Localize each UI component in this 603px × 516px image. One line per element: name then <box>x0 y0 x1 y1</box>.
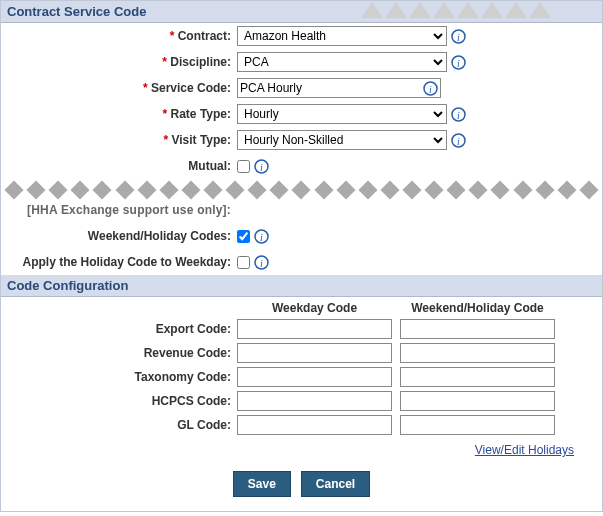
revenue-code-weekday-input[interactable] <box>237 343 392 363</box>
row-service-code: * Service Code: i <box>1 75 602 101</box>
obscured-divider <box>1 179 602 201</box>
link-row: View/Edit Holidays <box>1 437 602 461</box>
hcpcs-code-weekday-input[interactable] <box>237 391 392 411</box>
label-gl-code: GL Code: <box>7 418 237 432</box>
hcpcs-code-weekend-input[interactable] <box>400 391 555 411</box>
info-icon[interactable]: i <box>451 55 466 70</box>
col-header-weekend: Weekend/Holiday Code <box>400 301 555 315</box>
svg-text:i: i <box>429 83 432 94</box>
row-mutual: Mutual: i <box>1 153 602 179</box>
svg-text:i: i <box>457 57 460 68</box>
info-icon[interactable]: i <box>254 255 269 270</box>
row-revenue-code: Revenue Code: <box>1 341 602 365</box>
row-apply-holiday: Apply the Holiday Code to Weekday: i <box>1 249 602 275</box>
info-icon[interactable]: i <box>423 81 438 96</box>
svg-text:i: i <box>457 135 460 146</box>
save-button[interactable]: Save <box>233 471 291 497</box>
info-icon[interactable]: i <box>254 159 269 174</box>
contract-select[interactable]: Amazon Health <box>237 26 447 46</box>
section-header-config: Code Configuration <box>1 275 602 297</box>
taxonomy-code-weekend-input[interactable] <box>400 367 555 387</box>
export-code-weekend-input[interactable] <box>400 319 555 339</box>
svg-text:i: i <box>457 31 460 42</box>
info-icon[interactable]: i <box>451 107 466 122</box>
rate-type-select[interactable]: Hourly <box>237 104 447 124</box>
label-hcpcs-code: HCPCS Code: <box>7 394 237 408</box>
taxonomy-code-weekday-input[interactable] <box>237 367 392 387</box>
row-gl-code: GL Code: <box>1 413 602 437</box>
cancel-button[interactable]: Cancel <box>301 471 370 497</box>
visit-type-select[interactable]: Hourly Non-Skilled <box>237 130 447 150</box>
label-discipline: * Discipline: <box>7 55 237 69</box>
label-visit-type: * Visit Type: <box>7 133 237 147</box>
discipline-select[interactable]: PCA <box>237 52 447 72</box>
row-discipline: * Discipline: PCA i <box>1 49 602 75</box>
label-mutual: Mutual: <box>7 159 237 173</box>
button-row: Save Cancel <box>1 461 602 511</box>
label-rate-type: * Rate Type: <box>7 107 237 121</box>
weekend-codes-checkbox[interactable] <box>237 230 250 243</box>
code-columns-header: Weekday Code Weekend/Holiday Code <box>1 297 602 317</box>
info-icon[interactable]: i <box>451 133 466 148</box>
label-weekend-codes: Weekend/Holiday Codes: <box>7 229 237 243</box>
service-code-input[interactable] <box>237 78 441 98</box>
label-service-code: * Service Code: <box>7 81 237 95</box>
row-rate-type: * Rate Type: Hourly i <box>1 101 602 127</box>
mutual-checkbox[interactable] <box>237 160 250 173</box>
revenue-code-weekend-input[interactable] <box>400 343 555 363</box>
info-icon[interactable]: i <box>254 229 269 244</box>
view-edit-holidays-link[interactable]: View/Edit Holidays <box>475 443 574 457</box>
row-taxonomy-code: Taxonomy Code: <box>1 365 602 389</box>
label-export-code: Export Code: <box>7 322 237 336</box>
export-code-weekday-input[interactable] <box>237 319 392 339</box>
contract-service-code-panel: Contract Service Code * Contract: Amazon… <box>0 0 603 512</box>
row-support-only: [HHA Exchange support use only]: <box>1 201 602 223</box>
label-support-only: [HHA Exchange support use only]: <box>7 203 237 217</box>
row-visit-type: * Visit Type: Hourly Non-Skilled i <box>1 127 602 153</box>
svg-text:i: i <box>260 257 263 268</box>
apply-holiday-checkbox[interactable] <box>237 256 250 269</box>
svg-text:i: i <box>260 231 263 242</box>
label-apply-holiday: Apply the Holiday Code to Weekday: <box>7 255 237 269</box>
col-header-weekday: Weekday Code <box>237 301 392 315</box>
svg-text:i: i <box>457 109 460 120</box>
info-icon[interactable]: i <box>451 29 466 44</box>
row-export-code: Export Code: <box>1 317 602 341</box>
gl-code-weekend-input[interactable] <box>400 415 555 435</box>
row-contract: * Contract: Amazon Health i <box>1 23 602 49</box>
gl-code-weekday-input[interactable] <box>237 415 392 435</box>
label-contract: * Contract: <box>7 29 237 43</box>
row-hcpcs-code: HCPCS Code: <box>1 389 602 413</box>
label-taxonomy-code: Taxonomy Code: <box>7 370 237 384</box>
label-revenue-code: Revenue Code: <box>7 346 237 360</box>
svg-text:i: i <box>260 161 263 172</box>
row-weekend-codes: Weekend/Holiday Codes: i <box>1 223 602 249</box>
